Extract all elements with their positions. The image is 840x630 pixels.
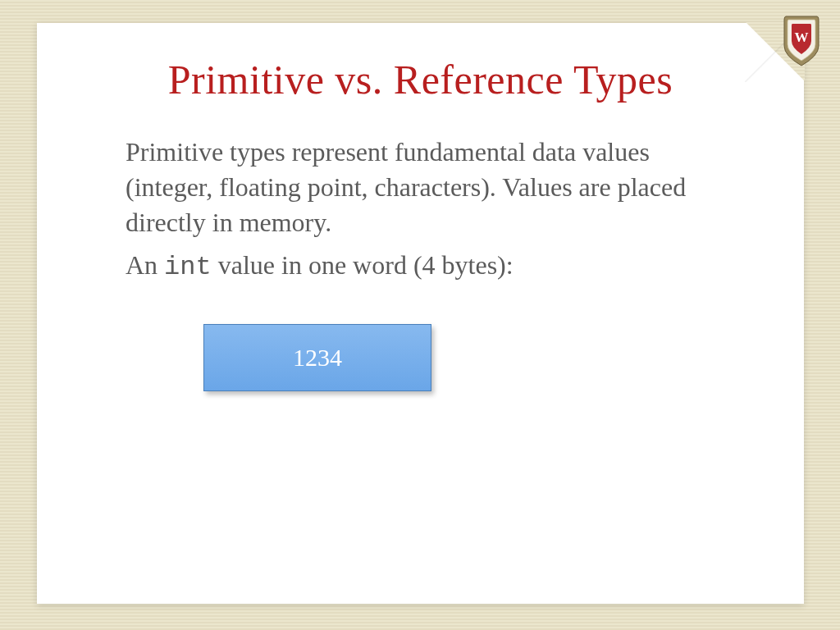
paragraph-primitive: Primitive types represent fundamental da… (126, 135, 730, 241)
wisconsin-crest-icon: W (783, 15, 820, 67)
slide-card: Primitive vs. Reference Types Primitive … (37, 23, 804, 604)
slide-body: Primitive types represent fundamental da… (37, 103, 804, 391)
code-int: int (164, 252, 212, 282)
memory-value: 1234 (293, 341, 342, 375)
memory-box: 1234 (203, 324, 431, 391)
line2-prefix: An (126, 250, 164, 280)
paragraph-int-line: An int value in one word (4 bytes): (126, 248, 730, 285)
memory-box-wrap: 1234 (203, 324, 730, 391)
crest-letter: W (795, 30, 809, 45)
line2-suffix: value in one word (4 bytes): (212, 250, 514, 280)
slide-title: Primitive vs. Reference Types (37, 23, 804, 103)
